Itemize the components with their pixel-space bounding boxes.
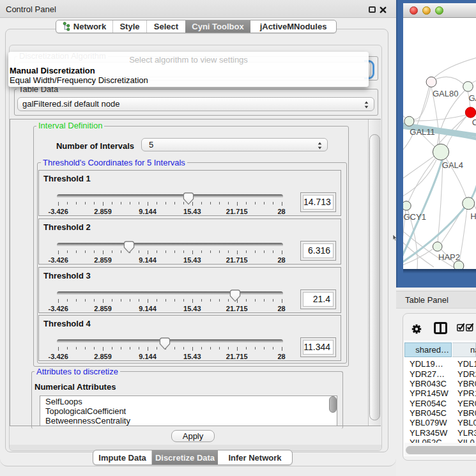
svg-text:HAP2: HAP2 [438,252,460,262]
svg-text:GAL4: GAL4 [442,160,463,170]
svg-text:GCY1: GCY1 [404,212,426,222]
svg-text:GA: GA [468,93,476,103]
svg-text:GAL80: GAL80 [433,89,458,98]
svg-text:C: C [472,118,476,127]
svg-text:H: H [470,211,476,221]
svg-text:GAL11: GAL11 [410,127,435,137]
